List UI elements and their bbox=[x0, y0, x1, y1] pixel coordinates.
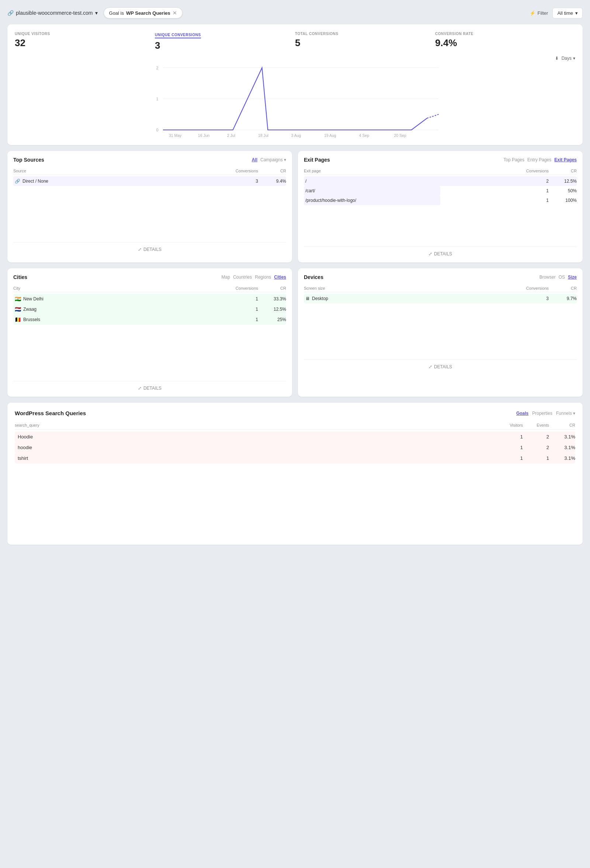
sources-details-button[interactable]: ⤢ DETAILS bbox=[13, 242, 286, 252]
site-name[interactable]: 🔗 plausible-woocommerce-test.com ▾ bbox=[7, 10, 98, 16]
top-sources-title: Top Sources bbox=[13, 157, 44, 163]
link-icon: 🔗 bbox=[15, 179, 20, 184]
device-conversions-desktop: 3 bbox=[527, 296, 549, 301]
exit-cr-root: 12.5% bbox=[555, 179, 577, 184]
expand-icon: ⤢ bbox=[138, 247, 141, 252]
exit-details-label: DETAILS bbox=[434, 251, 452, 257]
cities-table-header: City Conversions CR bbox=[13, 285, 286, 292]
exit-values-root: 2 12.5% bbox=[527, 179, 577, 184]
cities-panel: Cities Map Countries Regions Cities City… bbox=[7, 268, 292, 397]
col-source-header: Source bbox=[13, 169, 26, 173]
exit-conversions-hoodie: 1 bbox=[527, 198, 549, 203]
search-visitors-tshirt: 1 bbox=[503, 455, 523, 461]
exit-label-cart: /cart/ bbox=[304, 188, 527, 193]
unique-conversions-label[interactable]: UNIQUE CONVERSIONS bbox=[155, 33, 201, 38]
search-label-hoodie-cap: Hoodie bbox=[15, 434, 503, 440]
exit-row-root: / 2 12.5% bbox=[304, 176, 577, 186]
cities-empty-space bbox=[13, 325, 286, 376]
wp-search-table-header: search_query Visitors Events CR bbox=[15, 421, 575, 430]
exit-details-button[interactable]: ⤢ DETAILS bbox=[304, 247, 577, 257]
city-conversions-brussels: 1 bbox=[236, 317, 258, 322]
search-cr-hoodie: 3.1% bbox=[555, 445, 575, 450]
cities-header: Cities Map Countries Regions Cities bbox=[13, 274, 286, 280]
tab-regions[interactable]: Regions bbox=[255, 275, 271, 280]
flag-india: 🇮🇳 bbox=[15, 296, 21, 302]
metric-total-conversions: TOTAL CONVERSIONS 5 bbox=[295, 32, 435, 51]
download-icon[interactable]: ⬇ bbox=[555, 56, 559, 61]
flag-belgium: 🇧🇪 bbox=[15, 317, 21, 323]
col-exit-page-header: Exit page bbox=[304, 169, 321, 173]
time-range-select[interactable]: All time ▾ bbox=[552, 8, 583, 18]
col-conversions-header: Conversions bbox=[235, 169, 258, 173]
chart-svg: 2 1 0 31 May 16 Jun 2 Jul 18 Jul 3 Aug 1… bbox=[15, 64, 575, 138]
exit-label-root: / bbox=[304, 179, 527, 184]
wp-search-tabs: Goals Properties Funnels ▾ bbox=[516, 411, 575, 416]
search-row-hoodie-cap: Hoodie 1 2 3.1% bbox=[15, 431, 575, 442]
chevron-down-icon: ▾ bbox=[575, 10, 578, 16]
tab-os[interactable]: OS bbox=[559, 275, 565, 280]
search-label-hoodie: hoodie bbox=[15, 445, 503, 450]
cities-devices-row: Cities Map Countries Regions Cities City… bbox=[7, 268, 583, 397]
svg-line-14 bbox=[427, 114, 439, 118]
tab-size[interactable]: Size bbox=[568, 275, 577, 280]
tab-properties[interactable]: Properties bbox=[532, 411, 552, 416]
col-cr-header: CR bbox=[555, 423, 575, 427]
tab-exit-pages[interactable]: Exit Pages bbox=[554, 157, 577, 162]
svg-text:2 Jul: 2 Jul bbox=[227, 133, 235, 138]
city-name-brussels: Brussels bbox=[23, 317, 40, 322]
unique-visitors-value: 32 bbox=[15, 37, 147, 49]
tab-browser[interactable]: Browser bbox=[540, 275, 556, 280]
total-conversions-value: 5 bbox=[295, 37, 428, 49]
source-name-direct: Direct / None bbox=[22, 179, 48, 184]
search-values-hoodie-cap: 1 2 3.1% bbox=[503, 434, 575, 440]
wp-search-card: WordPress Search Queries Goals Propertie… bbox=[7, 403, 583, 545]
exit-conversions-root: 2 bbox=[527, 179, 549, 184]
source-conversions-direct: 3 bbox=[236, 179, 258, 184]
tab-top-pages[interactable]: Top Pages bbox=[503, 157, 524, 162]
svg-text:2: 2 bbox=[156, 66, 159, 70]
filter-button[interactable]: ⚡ Filter bbox=[530, 10, 548, 16]
tab-cities[interactable]: Cities bbox=[274, 275, 286, 280]
cities-details-button[interactable]: ⤢ DETAILS bbox=[13, 381, 286, 391]
tab-funnels[interactable]: Funnels ▾ bbox=[556, 411, 575, 416]
col-conversions-header: Conversions bbox=[526, 169, 549, 173]
top-sources-header: Top Sources All Campaigns ▾ bbox=[13, 157, 286, 163]
cities-details-label: DETAILS bbox=[143, 386, 162, 391]
search-row-tshirt: tshirt 1 1 3.1% bbox=[15, 453, 575, 464]
total-conversions-label: TOTAL CONVERSIONS bbox=[295, 32, 428, 36]
device-label-desktop: 🖥 Desktop bbox=[304, 296, 527, 301]
days-button[interactable]: Days ▾ bbox=[562, 56, 575, 61]
sources-details-label: DETAILS bbox=[143, 247, 162, 252]
source-cr-direct: 9.4% bbox=[264, 179, 286, 184]
tab-map[interactable]: Map bbox=[222, 275, 230, 280]
conversion-rate-label: CONVERSION RATE bbox=[435, 32, 568, 36]
tab-entry-pages[interactable]: Entry Pages bbox=[527, 157, 551, 162]
exit-cr-hoodie: 100% bbox=[555, 198, 577, 203]
desktop-icon: 🖥 bbox=[305, 296, 310, 301]
goal-prefix: Goal is bbox=[109, 10, 124, 16]
search-events-hoodie: 2 bbox=[529, 445, 549, 450]
col-cr-header: CR bbox=[264, 286, 286, 291]
exit-conversions-cart: 1 bbox=[527, 188, 549, 193]
devices-details-button[interactable]: ⤢ DETAILS bbox=[304, 359, 577, 369]
tab-campaigns[interactable]: Campaigns ▾ bbox=[260, 157, 286, 162]
city-values-delhi: 1 33.3% bbox=[236, 296, 286, 301]
tab-countries[interactable]: Countries bbox=[233, 275, 252, 280]
devices-title: Devices bbox=[304, 274, 324, 280]
exit-values-hoodie: 1 100% bbox=[527, 198, 577, 203]
device-name-desktop: Desktop bbox=[312, 296, 328, 301]
col-conversions-header: Conversions bbox=[235, 286, 258, 291]
search-visitors-hoodie: 1 bbox=[503, 445, 523, 450]
expand-icon: ⤢ bbox=[428, 251, 432, 257]
source-row-content: 🔗 Direct / None 3 9.4% bbox=[13, 179, 286, 184]
top-sources-tabs: All Campaigns ▾ bbox=[252, 157, 286, 162]
tab-goals[interactable]: Goals bbox=[516, 411, 528, 416]
exit-cr-cart: 50% bbox=[555, 188, 577, 193]
device-cr-desktop: 9.7% bbox=[555, 296, 577, 301]
source-label-direct: 🔗 Direct / None bbox=[13, 179, 236, 184]
col-visitors-header: Visitors bbox=[503, 423, 523, 427]
svg-text:31 May: 31 May bbox=[169, 133, 182, 138]
close-goal-icon[interactable]: ✕ bbox=[172, 10, 177, 16]
goal-name: WP Search Queries bbox=[126, 10, 171, 16]
tab-all[interactable]: All bbox=[252, 157, 257, 162]
